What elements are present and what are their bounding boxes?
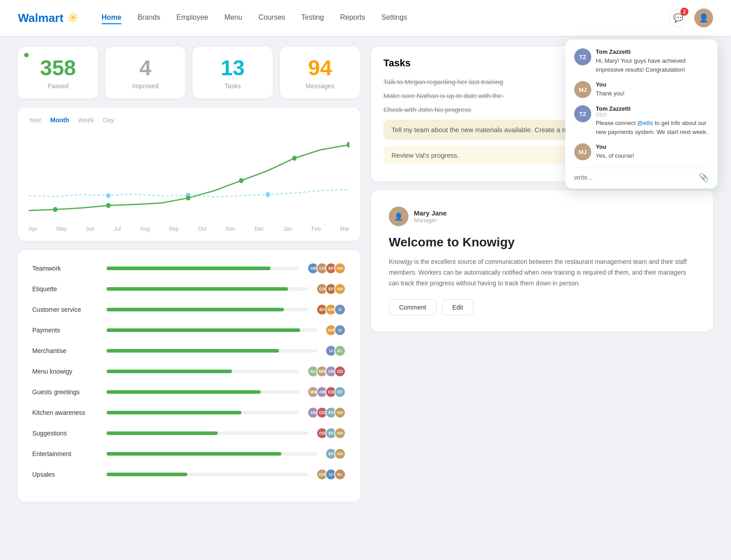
skill-bar-fill — [107, 473, 187, 476]
skills-card: TeamworkABCDEFGHEtiquetteCDEFGHCustomer … — [18, 250, 360, 502]
skill-name: Entertainment — [32, 450, 99, 457]
walmart-star-icon: ✳ — [67, 9, 79, 26]
chat-content-1: Tom Zazzetti Hi, Mary! Your guys have ac… — [596, 48, 709, 74]
chart-tab-day[interactable]: Day — [103, 116, 114, 124]
nav-home[interactable]: Home — [102, 12, 121, 24]
skill-avatars: EFGHIJ — [319, 304, 346, 315]
skill-bar-fill — [107, 390, 261, 394]
attachment-icon[interactable]: 📎 — [699, 172, 709, 182]
mini-avatar: GH — [334, 407, 346, 418]
skill-row: TeamworkABCDEFGH — [32, 263, 346, 274]
chat-avatar-you2: MJ — [574, 143, 591, 160]
skill-bar-fill — [107, 287, 288, 291]
skills-list: TeamworkABCDEFGHEtiquetteCDEFGHCustomer … — [32, 263, 346, 480]
skill-name: Teamwork — [32, 265, 99, 272]
stat-tasks-number: 13 — [202, 57, 264, 79]
svg-point-5 — [186, 195, 190, 200]
stat-tasks: 13 Tasks — [193, 47, 273, 99]
chat-message-2: MJ You Thank you! — [574, 81, 709, 98]
skill-bar-fill — [107, 411, 241, 414]
header-actions: 💬 2 👤 — [669, 9, 713, 27]
left-column: 358 Passed 4 Improved 13 Tasks 94 Messag… — [18, 47, 360, 502]
chat-input-field[interactable] — [574, 174, 699, 181]
skill-avatars: ABCDEFGH — [310, 263, 346, 274]
stat-messages-number: 94 — [289, 57, 351, 79]
chat-message-3: TZ Tom Zazzetti CEO Please connect @elli… — [574, 105, 709, 136]
skill-bar-fill — [107, 431, 218, 435]
stat-improved-number: 4 — [114, 57, 176, 79]
welcome-user-role: Manager — [414, 217, 447, 224]
welcome-actions: Comment Edit — [389, 299, 695, 315]
brand-name: Walmart — [18, 11, 64, 25]
nav-brands[interactable]: Brands — [138, 12, 160, 24]
skill-row: UpsalesGHIJKL — [32, 469, 346, 480]
skill-bar-background — [107, 370, 299, 373]
chart-label-feb: Feb — [311, 226, 321, 232]
svg-point-3 — [53, 207, 57, 212]
status-dot — [24, 53, 29, 57]
chart-x-labels: Apr May Jun Jul Aug Sep Oct Nov Dec Jan … — [29, 226, 349, 232]
chart-label-oct: Oct — [198, 226, 206, 232]
skill-avatars: GHIJ — [328, 324, 346, 336]
chat-message-4: MJ You Yes, of course! — [574, 143, 709, 160]
chat-sender-2: You — [596, 81, 624, 88]
skill-bar-background — [107, 308, 308, 311]
skill-name: Menu knowigy — [32, 368, 99, 375]
nav-menu[interactable]: Menu — [224, 12, 242, 24]
chat-sender-3: Tom Zazzetti — [596, 105, 709, 112]
welcome-text: Knowigy is the excellent source of commu… — [389, 257, 695, 289]
comment-button[interactable]: Comment — [389, 299, 437, 315]
chat-avatar-tom1: TZ — [574, 48, 591, 65]
logo[interactable]: Walmart ✳ — [18, 9, 79, 26]
chat-content-2: You Thank you! — [596, 81, 624, 98]
chat-avatar-tom2: TZ — [574, 105, 591, 122]
chart-tab-month[interactable]: Month — [50, 116, 69, 124]
nav-settings[interactable]: Settings — [381, 12, 407, 24]
chart-card: Year Month Week Day — [18, 108, 360, 241]
welcome-avatar: 👤 — [389, 207, 408, 226]
skill-name: Etiquette — [32, 285, 99, 293]
user-avatar-button[interactable]: 👤 — [694, 9, 713, 27]
skill-row: PaymentsGHIJ — [32, 324, 346, 336]
skill-bar-background — [107, 287, 308, 291]
mini-avatar: IJ — [334, 324, 346, 336]
skill-bar-background — [107, 267, 299, 270]
chart-tab-week[interactable]: Week — [78, 116, 94, 124]
nav-testing[interactable]: Testing — [301, 12, 324, 24]
chart-label-mar: Mar — [340, 226, 349, 232]
edit-button[interactable]: Edit — [442, 299, 473, 315]
notifications-button[interactable]: 💬 2 — [669, 9, 687, 27]
skill-bar-fill — [107, 267, 271, 270]
nav-courses[interactable]: Courses — [258, 12, 285, 24]
skill-name: Upsales — [32, 471, 99, 478]
skill-name: Suggestions — [32, 430, 99, 437]
svg-point-2 — [266, 192, 270, 197]
skill-row: Kitchen awarenessABCDEFGH — [32, 407, 346, 418]
line-chart — [29, 131, 349, 220]
mini-avatar: GH — [334, 448, 346, 460]
skill-row: Menu knowigyKLMNABCD — [32, 366, 346, 377]
stat-tasks-label: Tasks — [202, 82, 264, 90]
skill-bar-background — [107, 452, 317, 456]
mini-avatar: GH — [334, 263, 346, 274]
stat-passed-label: Passed — [27, 82, 89, 90]
chat-sub-3: CEO — [596, 112, 709, 117]
chat-avatar-you1: MJ — [574, 81, 591, 98]
skill-bar-fill — [107, 308, 284, 311]
skill-row: EntertainmentEFGH — [32, 448, 346, 460]
chat-mention: @ellis — [637, 120, 654, 126]
mini-avatar: KL — [334, 345, 346, 357]
skill-avatars: IJKL — [328, 345, 346, 357]
chat-sender-4: You — [596, 143, 634, 150]
welcome-user-row: 👤 Mary Jane Manager — [389, 207, 695, 226]
chart-label-jul: Jul — [114, 226, 120, 232]
chart-label-dec: Dec — [254, 226, 264, 232]
mini-avatar: GH — [334, 427, 346, 439]
skill-bar-background — [107, 390, 299, 394]
skill-avatars: CDEFGH — [319, 427, 346, 439]
skill-bar-fill — [107, 370, 232, 373]
nav-employee[interactable]: Employee — [176, 12, 208, 24]
nav-reports[interactable]: Reports — [340, 12, 365, 24]
chart-tab-year[interactable]: Year — [29, 116, 41, 124]
chat-text-3: Please connect @ellis to get info about … — [596, 119, 709, 136]
